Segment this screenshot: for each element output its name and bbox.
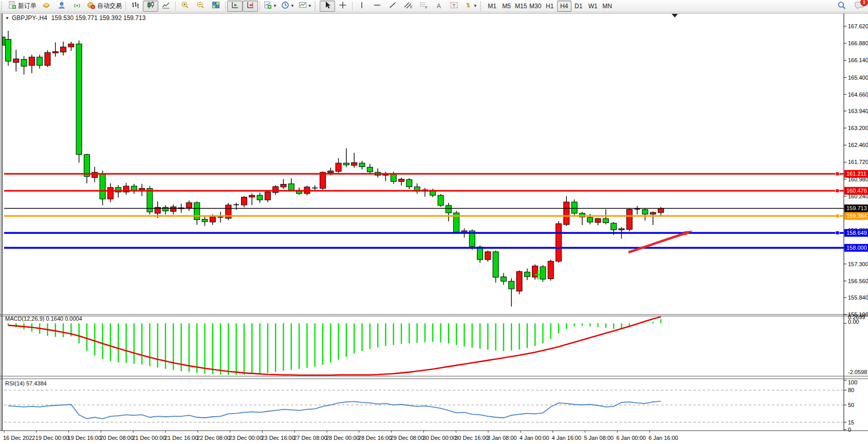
vertical-line-icon	[359, 1, 365, 11]
toolbar-separator	[225, 2, 226, 11]
time-tick-label: 20 Dec 08:00	[100, 435, 133, 441]
price-tick-label: 162.460	[848, 142, 868, 148]
chart-shift-button[interactable]	[243, 1, 258, 12]
ohlc-bars-icon	[131, 1, 139, 11]
timeframe-button-D1[interactable]: D1	[571, 1, 586, 12]
crosshair-icon	[339, 1, 347, 11]
zoom-out-icon	[196, 1, 205, 11]
price-tick-label: 161.720	[848, 159, 868, 165]
timeframe-button-M15[interactable]: M15	[514, 1, 528, 12]
text-label-tool-button[interactable]: T	[447, 1, 462, 12]
price-level-label: 158.000	[846, 245, 867, 251]
time-tick-label: 23 Dec 00:00	[229, 435, 263, 441]
cursor-button[interactable]	[320, 1, 335, 12]
time-tick-label: 21 Dec 00:00	[132, 435, 165, 441]
price-level-lines[interactable]: 161.211160.476159.713159.384158.649158.0…	[4, 170, 868, 252]
rsi-scale-label: 100	[848, 379, 857, 385]
chart-frame	[0, 13, 868, 431]
fibonacci-icon: F	[419, 1, 428, 11]
svg-text:F: F	[425, 6, 427, 9]
chart-shift-marker[interactable]	[672, 14, 678, 17]
channel-icon: E	[403, 1, 413, 11]
timeframe-button-MN[interactable]: MN	[600, 1, 615, 12]
notification-badge: 1	[860, 0, 868, 6]
price-level-label: 159.713	[846, 205, 867, 211]
ohlc-values-label: 159.530 159.771 159.392 159.713	[51, 14, 146, 22]
search-button[interactable]	[834, 1, 849, 12]
trend-arrow-line	[629, 232, 688, 252]
time-tick-label: 30 Dec 16:00	[455, 435, 488, 441]
auto-scroll-icon	[231, 1, 239, 11]
crosshair-button[interactable]	[335, 1, 350, 12]
toolbar-grip[interactable]	[315, 2, 318, 11]
price-tick-label: 157.300	[848, 261, 868, 267]
trendline-tool-button[interactable]	[385, 1, 400, 12]
line-chart-button[interactable]	[158, 1, 174, 12]
toolbar-separator	[260, 2, 260, 11]
autotrading-icon	[87, 1, 96, 11]
text-tool-button[interactable]: A	[431, 1, 447, 12]
toolbar-grip[interactable]	[480, 2, 484, 11]
price-level-label: 158.649	[846, 230, 867, 236]
chart-title-overlay[interactable]: ▼ GBPJPY-,H4 159.530 159.771 159.392 159…	[5, 14, 145, 22]
notifications-button[interactable]: 1	[855, 1, 865, 12]
clock-icon	[281, 1, 289, 11]
time-tick-label: 3 Jan 08:00	[487, 435, 517, 441]
rsi-pane: 1008050150	[4, 379, 857, 433]
new-order-button[interactable]: 新订单	[6, 1, 39, 12]
periods-button[interactable]: ▼	[279, 1, 297, 12]
dropdown-caret-icon: ▼	[473, 4, 477, 8]
time-tick-label: 28 Dec 16:00	[358, 435, 392, 441]
svg-text:T: T	[452, 3, 455, 8]
metaeditor-button[interactable]	[39, 1, 54, 12]
svg-text:E: E	[410, 5, 413, 9]
price-level-label: 161.211	[846, 171, 866, 177]
timeframe-button-M5[interactable]: M5	[500, 1, 514, 12]
line-handle	[836, 189, 839, 193]
candlestick-chart-button[interactable]	[143, 1, 158, 12]
arrows-tool-button[interactable]: ▼	[462, 1, 479, 12]
chart-canvas[interactable]: 167.620166.880166.140165.400164.660163.9…	[0, 12, 868, 444]
timeframe-button-W1[interactable]: W1	[586, 1, 600, 12]
toolbar-grip[interactable]	[1, 2, 5, 11]
price-tick-label: 166.140	[848, 57, 868, 63]
time-tick-label: 23 Dec 16:00	[261, 435, 294, 441]
timeframe-button-H4[interactable]: H4	[557, 1, 571, 12]
indicators-button[interactable]: ▼	[262, 1, 279, 12]
tile-windows-button[interactable]	[208, 1, 224, 12]
templates-button[interactable]: ▼	[297, 1, 314, 12]
timeframe-button-M1[interactable]: M1	[485, 1, 500, 12]
dropdown-caret-icon: ▼	[273, 4, 277, 8]
toolbar-separator	[125, 2, 126, 11]
timeframe-button-M30[interactable]: M30	[528, 1, 543, 12]
rsi-scale-label: 15	[848, 419, 854, 425]
time-axis[interactable]: 16 Dec 202219 Dec 00:0019 Dec 16:0020 De…	[3, 431, 678, 441]
time-tick-label: 4 Jan 00:00	[520, 435, 549, 441]
time-tick-label: 22 Dec 08:00	[197, 435, 230, 441]
rsi-scale-label: 80	[848, 387, 854, 393]
collapse-triangle-icon[interactable]: ▼	[5, 16, 9, 21]
signals-button[interactable]	[69, 1, 85, 12]
price-level-label: 160.476	[846, 188, 867, 194]
toolbar-right-group: 1	[834, 1, 865, 12]
auto-scroll-button[interactable]	[227, 1, 243, 12]
zoom-in-icon	[181, 1, 190, 11]
chart-shift-icon	[246, 1, 254, 11]
fibonacci-tool-button[interactable]: F	[416, 1, 431, 12]
zoom-in-button[interactable]	[177, 1, 193, 12]
horizontal-line-tool-button[interactable]	[370, 1, 385, 12]
bar-chart-button[interactable]	[127, 1, 143, 12]
vertical-line-tool-button[interactable]	[354, 1, 370, 12]
time-tick-label: 6 Jan 16:00	[649, 435, 678, 441]
time-tick-label: 27 Dec 08:00	[293, 435, 327, 441]
zoom-out-button[interactable]	[193, 1, 208, 12]
equidistant-channel-button[interactable]: E	[400, 1, 416, 12]
time-tick-label: 6 Jan 00:00	[616, 435, 646, 441]
time-tick-label: 16 Dec 2022	[3, 435, 35, 441]
partial-candle	[3, 37, 5, 45]
autotrading-button[interactable]: 自动交易	[85, 1, 124, 12]
timeframe-button-H1[interactable]: H1	[543, 1, 557, 12]
timeframe-group: M1M5M15M30H1H4D1W1MN	[485, 1, 615, 12]
community-button[interactable]	[54, 1, 69, 12]
autotrading-label: 自动交易	[97, 2, 122, 10]
